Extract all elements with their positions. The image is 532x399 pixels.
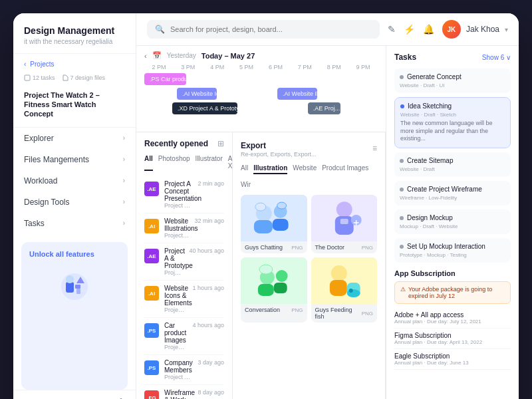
- pen-icon[interactable]: ✎: [388, 24, 396, 35]
- sidebar-item-tasks[interactable]: Tasks›: [13, 213, 136, 234]
- export-item[interactable]: The Doctor PNG: [311, 195, 378, 253]
- task-item[interactable]: Set Up Mockup Interaction Prototype · Mo…: [394, 238, 511, 263]
- svg-rect-21: [241, 257, 307, 304]
- list-item[interactable]: .AI Website Illustrations Project A / We…: [144, 213, 224, 243]
- list-item[interactable]: .PS Company Members Project A / Website …: [144, 355, 224, 385]
- file-path: Project A / Website /Concept / Video /Pr…: [164, 202, 192, 209]
- task-item[interactable]: Design Mockup Mockup · Draft · Website: [394, 209, 511, 234]
- timeline-prev-icon[interactable]: ‹: [144, 52, 147, 60]
- export-subtitle: Re-export, Exports, Export...: [241, 151, 317, 158]
- export-menu-icon[interactable]: ≡: [372, 144, 377, 153]
- filter-tab-illustrator[interactable]: Illustrator: [196, 154, 223, 171]
- timeline-bar[interactable]: .XD Project A & Prototype1 designs: [172, 102, 237, 114]
- timeline-prev-label[interactable]: Yesterday: [167, 52, 196, 59]
- lower-content: Recently opened ⊞ AllPhotoshopIllustrato…: [136, 132, 386, 399]
- sidebar: Design Management it with the necessary …: [13, 13, 136, 399]
- file-name: Project A & Prototype: [164, 247, 184, 269]
- task-name: Idea Sketching: [408, 102, 452, 110]
- export-label: Guys Chatting PNG: [241, 241, 307, 253]
- chevron-right-icon: ›: [123, 134, 125, 142]
- subscription-item[interactable]: Eagle Subscription Annual plan · Due day…: [394, 349, 511, 370]
- export-thumbnail: [311, 257, 378, 304]
- sub-item-detail: Annual plan · Due day: June 13: [394, 360, 511, 366]
- svg-rect-11: [273, 219, 289, 231]
- file-path: Project A / Website /Data/ Product image…: [164, 344, 187, 350]
- svg-point-32: [348, 289, 352, 293]
- export-item[interactable]: Guys Feeding fish PNG: [311, 257, 378, 323]
- file-time: 32 min ago: [194, 217, 224, 224]
- sidebar-item-files-mangements[interactable]: Files Mangements›: [13, 149, 136, 170]
- alert-text: Your Adobe package is going to expired i…: [408, 286, 505, 299]
- task-item[interactable]: Create Sitemap Website · Draft: [394, 152, 511, 177]
- list-item[interactable]: .AI Website Icons & Elements Project A /…: [144, 281, 224, 318]
- export-item-type: PNG: [362, 311, 373, 317]
- sub-item-detail: Annual plan · Due day: July 12, 2021: [394, 319, 511, 325]
- nav-label: Workload: [24, 176, 57, 186]
- export-title: Export: [241, 141, 266, 150]
- avatar[interactable]: JK: [442, 20, 461, 39]
- search-box[interactable]: 🔍: [147, 20, 380, 39]
- export-filter-tab-website[interactable]: Website: [293, 163, 317, 174]
- sidebar-unlock[interactable]: Unlock all features: [21, 242, 128, 390]
- task-name: Create Project Wireframe: [407, 186, 482, 193]
- chevron-right-icon: ›: [123, 219, 125, 227]
- sidebar-subtitle: it with the necessary regelialia: [24, 38, 125, 45]
- sidebar-item-design-tools[interactable]: Design Tools›: [13, 192, 136, 213]
- tasks-count: 12 tasks: [24, 74, 55, 81]
- task-meta: Prototype · Mockup · Testing: [400, 252, 505, 258]
- svg-rect-29: [329, 280, 346, 296]
- search-input[interactable]: [170, 25, 372, 33]
- file-icon: .AI: [144, 219, 159, 233]
- task-item[interactable]: Create Project Wireframe Wireframe · Low…: [394, 181, 511, 205]
- export-filter-tab-all[interactable]: All: [241, 163, 248, 174]
- task-item[interactable]: Idea Sketching Website · Draft · Sketch …: [394, 97, 511, 148]
- export-thumbnail: [241, 257, 307, 304]
- bell-icon[interactable]: 🔔: [423, 24, 434, 35]
- filter-tab-photoshop[interactable]: Photoshop: [158, 154, 190, 171]
- sidebar-project-name: Project The Watch 2 – Fitness Smart Watc…: [13, 88, 136, 128]
- timeline-bars: .PS Car product Ima...2 designs.AI Websi…: [144, 73, 378, 126]
- sidebar-bottom[interactable]: Rearrange layout ✎: [13, 390, 136, 399]
- filter-tab-adobe-xd[interactable]: Adobe XD: [228, 154, 233, 171]
- recent-title: Recently opened: [144, 139, 208, 148]
- filter-tab-all[interactable]: All: [144, 154, 153, 171]
- export-item-name: Guys Feeding fish: [315, 307, 362, 320]
- list-item[interactable]: .AE Project A & Prototype Project A / We…: [144, 243, 224, 281]
- main-content: 🔍 ✎ ⚡ 🔔 JK Jak Khoa ▾ ‹ 📅: [136, 13, 519, 399]
- nav-label: Tasks: [24, 219, 45, 228]
- subscription-item[interactable]: Figma Subscription Annual plan · Due day…: [394, 329, 511, 349]
- sidebar-title: Design Management: [24, 25, 125, 37]
- task-header: Set Up Mockup Interaction: [400, 243, 505, 250]
- timeline-bar[interactable]: .AI Website Il...2 designs: [277, 88, 317, 100]
- export-filter-tab-prodcut-images[interactable]: Prodcut Images: [322, 163, 368, 174]
- user-name: Jak Khoa: [466, 25, 499, 34]
- export-item[interactable]: Guys Chatting PNG: [241, 195, 307, 253]
- export-item[interactable]: Conversation PNG: [241, 257, 307, 323]
- list-item[interactable]: .FG Wireframe & Work flow Project A / Co…: [144, 385, 224, 399]
- sidebar-item-workload[interactable]: Workload›: [13, 170, 136, 192]
- lightning-icon[interactable]: ⚡: [404, 24, 415, 35]
- list-item[interactable]: .PS Car product Images Project A / Websi…: [144, 318, 224, 355]
- sidebar-item-explorer[interactable]: Explorer›: [13, 128, 136, 149]
- tasks-show[interactable]: Show 6 ∨: [482, 54, 511, 61]
- subscription-item[interactable]: Adobe + All app access Annual plan · Due…: [394, 308, 511, 329]
- list-item[interactable]: .AE Project A Concept Presentation Proje…: [144, 176, 224, 213]
- export-filter-tab-illustration[interactable]: Illustration: [253, 163, 287, 174]
- export-section: Export Re-export, Exports, Export... ≡ A…: [233, 132, 386, 399]
- timeline-bar[interactable]: .AI Website Ico...1 designs: [177, 88, 217, 100]
- task-item[interactable]: Generate Concept Website · Draft · UI: [394, 68, 511, 93]
- timeline-bar[interactable]: .AE Proj...1 designs: [308, 102, 340, 114]
- sidebar-projects-nav[interactable]: ‹ Projects: [13, 54, 136, 72]
- export-filter-tab-wir[interactable]: Wir: [241, 180, 251, 190]
- file-name: Wireframe & Work flow: [164, 389, 192, 399]
- grid-icon[interactable]: ⊞: [217, 139, 224, 148]
- timeline-bar[interactable]: .PS Car product Ima...2 designs: [144, 73, 186, 85]
- file-name: Project A Concept Presentation: [164, 180, 192, 202]
- task-status-dot: [400, 245, 404, 249]
- task-status-dot: [400, 159, 404, 163]
- timeline-hour: 9 PM: [348, 64, 378, 70]
- file-name: Company Members: [164, 359, 192, 374]
- file-icon: .PS: [144, 360, 159, 375]
- svg-rect-6: [76, 289, 80, 294]
- chevron-down-icon[interactable]: ▾: [505, 26, 508, 33]
